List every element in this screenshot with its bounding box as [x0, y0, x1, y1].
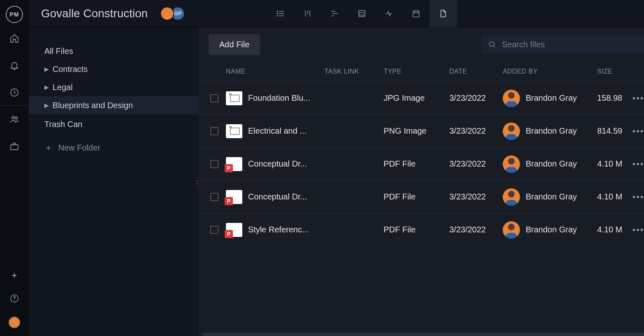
calendar-view-icon[interactable] — [402, 0, 430, 27]
file-type-cell: PDF File — [384, 192, 449, 202]
file-type-cell: JPG Image — [384, 93, 449, 103]
svg-line-26 — [493, 46, 495, 47]
row-checkbox[interactable] — [210, 127, 218, 135]
svg-rect-21 — [413, 11, 419, 17]
col-size-header[interactable]: SIZE — [597, 68, 612, 75]
table-row[interactable]: PConceptual Dr...PDF File3/23/2022Brando… — [199, 147, 644, 180]
gantt-view-icon[interactable] — [321, 0, 348, 27]
col-name-header[interactable]: NAME — [226, 68, 246, 75]
current-user-avatar[interactable] — [8, 316, 21, 329]
add-icon[interactable]: + — [9, 270, 20, 281]
file-date-cell: 3/23/2022 — [449, 159, 503, 169]
table-header: NAME TASK LINK TYPE DATE ADDED BY SIZE — [199, 62, 644, 81]
file-size-cell: 4.10 M — [597, 225, 626, 234]
board-view-icon[interactable] — [294, 0, 321, 27]
file-size-cell: 4.10 M — [597, 159, 626, 169]
col-addedby-header[interactable]: ADDED BY — [503, 68, 538, 75]
svg-rect-3 — [11, 145, 18, 150]
added-by-name: Brandon Gray — [526, 192, 577, 202]
svg-point-2 — [16, 117, 18, 119]
added-by-name: Brandon Gray — [526, 126, 577, 136]
trash-item[interactable]: Trash Can — [29, 115, 199, 133]
row-checkbox[interactable] — [210, 226, 218, 234]
row-actions-icon[interactable]: ••• — [632, 192, 644, 202]
col-task-header[interactable]: TASK LINK — [324, 68, 359, 75]
svg-point-25 — [489, 42, 494, 46]
svg-point-9 — [277, 11, 278, 12]
file-size-cell: 158.98 — [597, 93, 626, 103]
file-name: Electrical and ... — [248, 126, 306, 136]
row-checkbox[interactable] — [210, 94, 218, 102]
view-switcher — [267, 0, 644, 27]
folder-label: Contracts — [53, 65, 88, 74]
row-checkbox[interactable] — [210, 193, 218, 201]
user-avatar — [503, 90, 520, 107]
user-avatar — [503, 188, 520, 206]
file-name: Foundation Blu... — [248, 93, 310, 103]
folder-label: Blueprints and Design — [53, 101, 133, 110]
all-files-label: All Files — [44, 46, 73, 56]
file-type-cell: PDF File — [384, 159, 449, 169]
file-date-cell: 3/23/2022 — [449, 225, 503, 234]
row-actions-icon[interactable]: ••• — [632, 126, 644, 137]
row-checkbox[interactable] — [210, 160, 218, 168]
col-type-header[interactable]: TYPE — [384, 68, 401, 75]
notifications-icon[interactable] — [9, 60, 20, 71]
file-name: Style Referenc... — [248, 225, 309, 234]
user-avatar — [503, 221, 520, 239]
trash-label: Trash Can — [44, 120, 83, 129]
file-size-cell: 814.59 — [597, 126, 626, 136]
table-row[interactable]: Electrical and ...PNG Image3/23/2022Bran… — [199, 114, 644, 147]
user-avatar — [503, 123, 520, 140]
added-by-name: Brandon Gray — [526, 159, 577, 169]
file-date-cell: 3/23/2022 — [449, 93, 503, 103]
team-icon[interactable] — [9, 114, 20, 125]
home-icon[interactable] — [9, 33, 20, 44]
folder-item[interactable]: ▶Contracts — [29, 60, 199, 78]
user-avatar — [503, 155, 520, 173]
row-actions-icon[interactable]: ••• — [632, 225, 644, 235]
help-icon[interactable] — [9, 293, 20, 304]
search-input[interactable] — [502, 40, 643, 49]
member-avatars[interactable]: GP — [160, 7, 185, 21]
plus-icon: ＋ — [44, 142, 53, 153]
folder-item[interactable]: ▶Legal — [29, 78, 199, 96]
search-field[interactable] — [481, 35, 644, 53]
briefcase-icon[interactable] — [9, 141, 20, 152]
files-view-icon[interactable] — [430, 0, 457, 27]
added-by-name: Brandon Gray — [526, 225, 577, 234]
table-row[interactable]: Foundation Blu...JPG Image3/23/2022Brand… — [199, 81, 644, 114]
file-size-cell: 4.10 M — [597, 192, 626, 202]
col-date-header[interactable]: DATE — [449, 68, 467, 75]
file-date-cell: 3/23/2022 — [449, 126, 503, 136]
list-view-icon[interactable] — [267, 0, 294, 27]
caret-right-icon: ▶ — [44, 66, 49, 72]
project-title: Govalle Construction — [41, 7, 148, 20]
horizontal-scrollbar[interactable] — [203, 333, 644, 336]
table-row[interactable]: PConceptual Dr...PDF File3/23/2022Brando… — [199, 180, 644, 213]
all-files-item[interactable]: All Files — [29, 42, 199, 60]
image-file-icon — [226, 91, 242, 105]
recent-icon[interactable] — [9, 87, 20, 98]
svg-point-11 — [277, 16, 278, 16]
resize-handle-icon[interactable]: ⋮⋮ — [193, 178, 201, 185]
folder-item[interactable]: ▶Blueprints and Design — [29, 96, 199, 114]
sheet-view-icon[interactable] — [348, 0, 375, 27]
content-area: Add File NAME TASK LINK TYPE DATE ADDED … — [199, 27, 644, 336]
svg-rect-18 — [359, 11, 365, 17]
file-name: Conceptual Dr... — [248, 159, 307, 169]
member-avatar[interactable] — [160, 7, 174, 21]
row-actions-icon[interactable]: ••• — [632, 159, 644, 169]
add-file-button[interactable]: Add File — [209, 34, 260, 55]
pdf-file-icon: P — [226, 223, 242, 237]
file-type-cell: PNG Image — [384, 126, 449, 136]
svg-point-1 — [12, 116, 14, 119]
new-folder-button[interactable]: ＋ New Folder — [29, 142, 199, 153]
svg-point-5 — [14, 300, 15, 301]
pdf-file-icon: P — [226, 157, 242, 171]
pdf-file-icon: P — [226, 190, 242, 204]
app-logo[interactable]: PM — [6, 6, 23, 23]
row-actions-icon[interactable]: ••• — [632, 93, 644, 104]
table-row[interactable]: PStyle Referenc...PDF File3/23/2022Brand… — [199, 213, 644, 246]
activity-view-icon[interactable] — [375, 0, 402, 27]
